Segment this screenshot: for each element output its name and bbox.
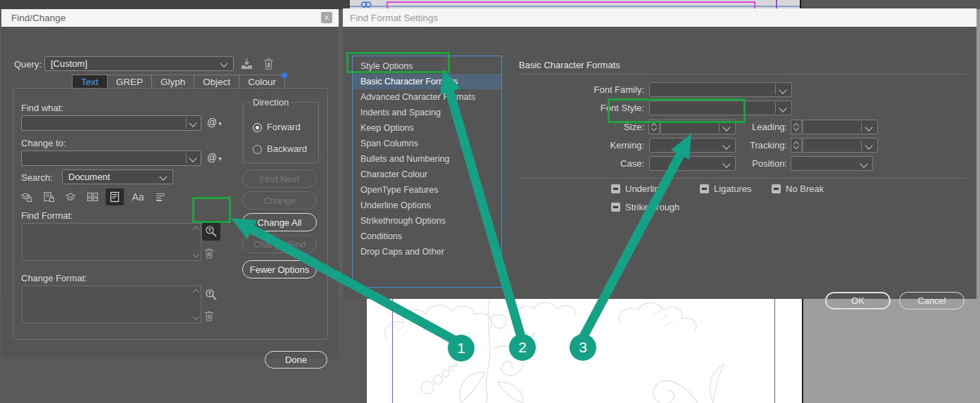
change-find-button[interactable]: Change/Find (242, 235, 317, 253)
special-characters-icon[interactable]: @ (207, 117, 221, 128)
delete-query-icon[interactable] (263, 58, 275, 70)
chevron-down-icon (865, 123, 872, 131)
direction-forward-radio[interactable] (253, 123, 262, 132)
include-footnotes-icon[interactable] (106, 188, 124, 205)
whole-word-icon[interactable] (151, 188, 170, 205)
findchange-tab[interactable]: Colour (239, 75, 285, 89)
category-label: Conditions (360, 231, 402, 241)
font-family-dropdown[interactable] (649, 82, 792, 97)
chevron-down-icon (779, 104, 786, 112)
leading-dropdown[interactable] (803, 120, 878, 134)
find-format-settings-title: Find Format Settings (350, 13, 438, 23)
chevron-down-icon (779, 86, 786, 94)
include-locked-stories-icon[interactable] (39, 188, 58, 205)
margin-guide-right (774, 299, 775, 403)
format-category[interactable]: Keep Options (353, 120, 501, 136)
format-category[interactable]: Advanced Character Formats (353, 89, 501, 105)
direction-backward-radio[interactable] (253, 145, 262, 154)
category-label: Indents and Spacing (360, 108, 441, 117)
find-what-input[interactable] (21, 115, 201, 131)
find-next-button[interactable]: Find Next (242, 169, 317, 188)
screen: Find/Change x Query: [Custom] (0, 0, 980, 403)
query-dropdown[interactable]: [Custom] (44, 56, 234, 71)
category-label: Span Columns (360, 139, 418, 148)
chevron-down-icon (860, 160, 867, 167)
highlight-box-size-field (608, 98, 746, 123)
specify-change-format-icon[interactable] (202, 286, 220, 304)
chevron-down-icon (159, 172, 167, 180)
underline-checkbox[interactable] (611, 184, 620, 193)
kerning-label: Kerning: (560, 140, 644, 151)
divider (519, 74, 966, 75)
ok-button[interactable]: OK (825, 292, 891, 309)
format-category[interactable]: Strikethrough Options (353, 213, 501, 229)
category-label: Character Colour (360, 169, 427, 179)
svg-text:A: A (87, 194, 91, 200)
chevron-down-icon[interactable] (189, 154, 196, 162)
findchange-tab[interactable]: Text (72, 75, 108, 89)
format-category[interactable]: Span Columns (353, 136, 501, 151)
find-format-settings-titlebar[interactable]: Find Format Settings (343, 8, 976, 27)
clear-change-format-icon[interactable] (203, 310, 215, 322)
format-category[interactable]: Conditions (353, 229, 501, 244)
find-format-box[interactable] (22, 223, 201, 261)
change-all-button[interactable]: Change All (242, 213, 317, 231)
findchange-tab[interactable]: Object (194, 75, 239, 89)
include-hidden-layers-icon[interactable] (61, 188, 80, 205)
close-icon[interactable]: x (321, 12, 332, 23)
special-characters-icon[interactable]: @ (207, 152, 221, 163)
format-category-list: Style Options Basic Character Formats Ad… (352, 56, 502, 288)
fewer-options-button[interactable]: Fewer Options (242, 260, 317, 279)
leading-stepper[interactable] (791, 120, 802, 134)
highlight-box-find-format-icon (192, 197, 231, 223)
position-dropdown[interactable] (791, 156, 873, 171)
find-change-dialog: Find/Change x Query: [Custom] (1, 9, 339, 359)
find-change-body: Query: [Custom] Text (1, 27, 339, 359)
clear-find-format-icon[interactable] (203, 248, 215, 260)
change-button[interactable]: Change (242, 191, 317, 210)
tracking-dropdown[interactable] (803, 138, 878, 153)
done-button[interactable]: Done (265, 351, 327, 369)
format-category[interactable]: Bullets and Numbering (353, 151, 501, 167)
change-to-label: Change to: (21, 138, 66, 148)
tab-label: Glyph (161, 77, 185, 87)
change-to-input[interactable] (21, 151, 201, 166)
findchange-tab[interactable]: Glyph (151, 75, 194, 89)
strikethrough-checkbox[interactable] (611, 203, 620, 212)
find-change-tabs: Text GREP Glyph Object (73, 75, 285, 89)
format-category[interactable]: Indents and Spacing (353, 105, 501, 120)
format-category[interactable]: OpenType Features (353, 182, 501, 198)
search-dropdown[interactable]: Document (62, 169, 173, 184)
category-label: Basic Character Formats (360, 77, 458, 87)
ligatures-checkbox[interactable] (700, 184, 709, 193)
category-label: Drop Caps and Other (360, 247, 444, 257)
include-locked-layers-icon[interactable] (17, 188, 35, 205)
find-change-titlebar[interactable]: Find/Change x (1, 9, 339, 27)
case-sensitive-icon[interactable]: Aa (129, 188, 147, 205)
tab-label: Colour (248, 77, 276, 87)
chevron-down-icon (220, 59, 227, 67)
tab-label: Text (81, 77, 99, 87)
cancel-button[interactable]: Cancel (899, 292, 965, 309)
format-category[interactable]: Underline Options (353, 198, 501, 213)
tracking-stepper[interactable] (791, 138, 802, 153)
tracking-label: Tracking: (710, 140, 787, 151)
chevron-down-icon[interactable] (189, 119, 196, 127)
margin-guide-left (392, 299, 393, 403)
save-query-icon[interactable] (240, 58, 253, 70)
category-label: OpenType Features (360, 185, 438, 195)
format-category[interactable]: Character Colour (353, 167, 501, 182)
findchange-tab[interactable]: GREP (107, 75, 152, 89)
format-category[interactable]: Basic Character Formats (353, 74, 501, 89)
size-label: Size: (560, 122, 644, 132)
change-format-box[interactable] (22, 286, 201, 324)
find-format-label: Find Format: (21, 210, 73, 221)
highlight-box-basic-character-formats (346, 52, 450, 73)
panel-heading: Basic Character Formats (519, 60, 620, 70)
format-category[interactable]: Drop Caps and Other (353, 244, 501, 260)
no-break-label: No Break (786, 184, 824, 194)
include-master-pages-icon[interactable]: A A (83, 188, 101, 205)
specify-find-format-icon[interactable] (202, 222, 220, 241)
ligatures-label: Ligatures (714, 184, 751, 194)
no-break-checkbox[interactable] (772, 184, 781, 193)
